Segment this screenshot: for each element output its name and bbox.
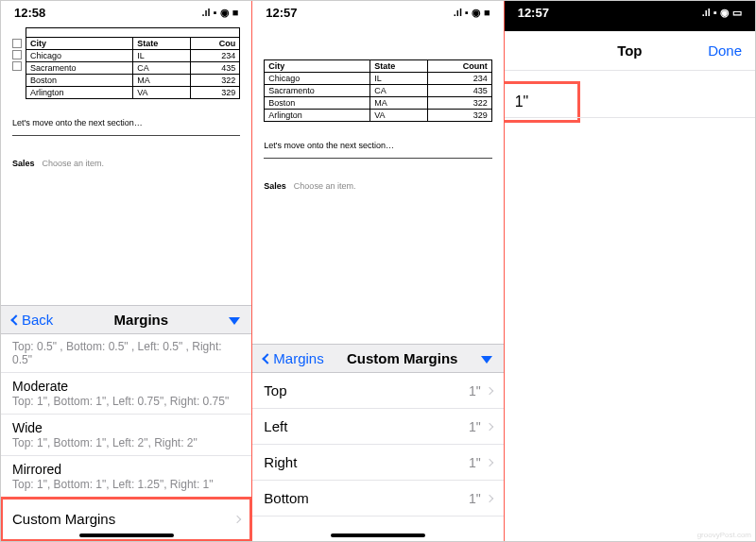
sales-label: Sales: [264, 181, 286, 191]
status-bar: 12:58 .ıl ▪︎ ◉ ■: [1, 1, 251, 22]
modal-title: Top: [617, 42, 642, 59]
margin-option-mirrored[interactable]: Mirrored Top: 1", Bottom: 1", Left: 1.25…: [1, 456, 251, 498]
custom-margin-bottom[interactable]: Bottom 1": [252, 481, 503, 517]
custom-margin-top[interactable]: Top 1": [252, 373, 503, 409]
sales-choose[interactable]: Choose an item.: [43, 159, 105, 168]
collapse-button[interactable]: [481, 351, 492, 366]
sheet-header-margins: Back Margins: [1, 305, 251, 334]
divider: [12, 135, 240, 136]
chevron-right-icon: [233, 515, 241, 522]
checkbox[interactable]: [12, 61, 22, 71]
margin-value-input[interactable]: 1": [505, 84, 577, 120]
sales-choose[interactable]: Choose an item.: [294, 181, 356, 191]
document-preview[interactable]: City State Cou ChicagoIL234 SacramentoCA…: [1, 22, 251, 168]
back-label: Back: [22, 312, 53, 328]
body-text: Let's move onto the next section…: [264, 141, 491, 150]
checkbox[interactable]: [12, 39, 22, 48]
chevron-down-icon: [229, 317, 240, 325]
sheet-title: Margins: [114, 312, 169, 328]
status-icons: .ıl ▪︎ ◉ ▭: [702, 7, 742, 19]
chevron-right-icon: [485, 494, 492, 501]
table-header: City: [265, 60, 370, 73]
margin-option-moderate[interactable]: Moderate Top: 1", Bottom: 1", Left: 0.75…: [1, 373, 251, 415]
data-table: City State Cou ChicagoIL234 SacramentoCA…: [26, 37, 240, 99]
table-header: Cou: [191, 38, 240, 50]
watermark: groovyPost.com: [697, 531, 751, 539]
table-row: ArlingtonVA329: [26, 87, 240, 99]
home-indicator[interactable]: [331, 534, 425, 537]
clock: 12:58: [14, 6, 45, 20]
status-bar: 12:57 .ıl ▪︎ ◉ ▭: [505, 1, 755, 22]
table-row: ChicagoIL234: [265, 73, 491, 85]
table-row: BostonMA322: [265, 97, 491, 110]
status-icons: .ıl ▪︎ ◉ ■: [454, 7, 490, 19]
table-row: SacramentoCA435: [265, 85, 491, 97]
status-icons: .ıl ▪︎ ◉ ■: [201, 7, 238, 19]
back-button[interactable]: Back: [12, 312, 53, 328]
sales-row: Sales Choose an item.: [264, 181, 491, 191]
margin-option-narrow-partial[interactable]: Top: 0.5" , Bottom: 0.5" , Left: 0.5" , …: [1, 334, 251, 373]
done-button[interactable]: Done: [708, 42, 742, 59]
margin-option-wide[interactable]: Wide Top: 1", Bottom: 1", Left: 2", Righ…: [1, 415, 251, 456]
sales-label: Sales: [12, 159, 35, 168]
table-header: State: [133, 38, 191, 50]
table-header: Count: [427, 60, 491, 73]
home-indicator[interactable]: [79, 534, 174, 537]
chevron-right-icon: [485, 458, 492, 466]
table-row: BostonMA322: [26, 75, 240, 87]
pane-top-margin: 12:57 .ıl ▪︎ ◉ ▭ Top Done 1": [505, 1, 755, 541]
modal-header: Top Done: [505, 31, 755, 71]
checkbox[interactable]: [12, 50, 22, 59]
clock: 12:57: [266, 6, 297, 20]
collapse-button[interactable]: [229, 313, 240, 328]
chevron-right-icon: [485, 386, 492, 394]
back-button[interactable]: Margins: [264, 350, 323, 366]
margin-options: Top: 0.5" , Bottom: 0.5" , Left: 0.5" , …: [1, 334, 251, 541]
table-header: State: [370, 60, 427, 73]
table-row: SacramentoCA435: [26, 62, 240, 75]
chevron-right-icon: [485, 422, 492, 430]
clock: 12:57: [518, 6, 549, 20]
chevron-left-icon: [263, 353, 273, 364]
document-preview[interactable]: City State Count ChicagoIL234 Sacramento…: [252, 22, 503, 191]
custom-margin-left[interactable]: Left 1": [252, 409, 503, 445]
custom-margin-right[interactable]: Right 1": [252, 445, 503, 481]
custom-margin-list: Top 1" Left 1" Right 1" Bottom 1": [252, 373, 503, 517]
pane-custom-margins: 12:57 .ıl ▪︎ ◉ ■ City State Count Chicag…: [252, 1, 504, 541]
pane-margins: 12:58 .ıl ▪︎ ◉ ■ City State Cou ChicagoI…: [1, 1, 252, 541]
sheet-header-custom: Margins Custom Margins: [252, 344, 503, 373]
sales-row: Sales Choose an item.: [12, 159, 240, 168]
body-text: Let's move onto the next section…: [12, 118, 240, 127]
back-label: Margins: [273, 350, 323, 366]
table-row: ChicagoIL234: [26, 50, 240, 62]
chevron-down-icon: [481, 356, 492, 364]
table-row: ArlingtonVA329: [265, 110, 491, 122]
chevron-left-icon: [10, 314, 21, 325]
sheet-title: Custom Margins: [347, 350, 458, 366]
divider: [264, 158, 491, 159]
table-header: City: [26, 38, 133, 50]
status-bar: 12:57 .ıl ▪︎ ◉ ■: [252, 1, 503, 22]
data-table: City State Count ChicagoIL234 Sacramento…: [264, 59, 491, 122]
